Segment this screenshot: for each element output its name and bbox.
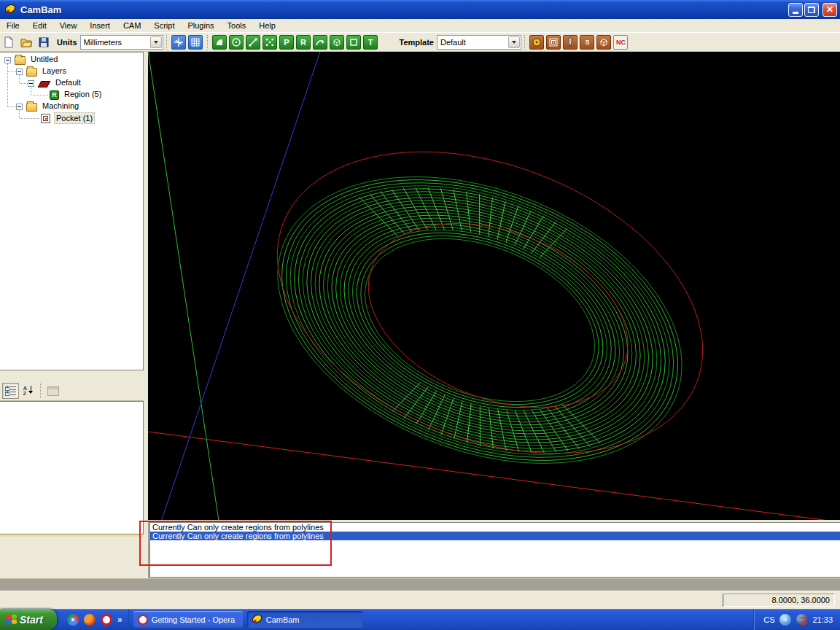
start-label: Start [20, 614, 43, 626]
tree-item-untitled[interactable]: Untitled [29, 54, 59, 64]
title-bar[interactable]: CamBam ✕ [0, 0, 840, 19]
draw-polyline-p-button[interactable]: P [279, 35, 294, 50]
clock: 21:33 [812, 615, 833, 624]
property-description-pane [0, 537, 144, 578]
region-icon: R [50, 90, 59, 100]
window-bottom-band [0, 578, 840, 591]
cam-drill-button[interactable] [529, 35, 544, 50]
layer-icon [38, 81, 51, 88]
toolbar-separator [40, 384, 42, 398]
save-button[interactable] [36, 34, 52, 50]
categorized-view-button[interactable] [2, 383, 19, 399]
template-combobox[interactable]: Default [437, 35, 521, 50]
open-file-button[interactable] [18, 34, 34, 50]
menu-tools[interactable]: Tools [221, 20, 253, 31]
tree-item-default-layer[interactable]: Default [54, 77, 82, 88]
tree-item-machining[interactable]: Machining [41, 101, 80, 111]
message-list[interactable]: Currently Can only create regions from p… [149, 522, 840, 577]
folder-icon [15, 56, 26, 65]
taskbar: Start » Getting Started - Opera CamBam C… [0, 609, 840, 630]
taskbar-item-label: Getting Started - Opera [152, 615, 235, 624]
units-value: Millimeters [81, 38, 150, 47]
viewport-3d-view[interactable] [148, 52, 840, 520]
firefox-icon[interactable] [84, 614, 96, 626]
property-grid[interactable] [0, 401, 144, 534]
taskbar-item-opera[interactable]: Getting Started - Opera [133, 611, 243, 628]
expand-toggle-untitled[interactable] [4, 57, 11, 63]
draw-line-button[interactable] [246, 35, 260, 50]
quick-launch-bar: » [57, 609, 129, 630]
draw-arc-button[interactable] [313, 35, 327, 50]
opera-icon[interactable] [101, 614, 112, 626]
windows-flag-icon [6, 614, 17, 626]
opera-icon [138, 615, 148, 625]
draw-points-button[interactable] [262, 35, 277, 50]
expand-toggle-layers[interactable] [16, 69, 23, 75]
alphabetical-sort-button[interactable]: A Z [20, 383, 36, 399]
restore-button[interactable] [804, 3, 819, 17]
draw-rectangle-r-button[interactable]: R [296, 35, 311, 50]
tray-collapse-icon[interactable]: ‹ [779, 614, 791, 626]
close-button[interactable]: ✕ [822, 3, 837, 17]
draw-surface-button[interactable] [330, 35, 344, 50]
menu-bar: File Edit View Insert CAM Script Plugins… [0, 19, 840, 33]
down-arrow-icon [28, 386, 33, 396]
categorized-icon [5, 386, 16, 396]
expand-toggle-machining[interactable] [16, 104, 23, 110]
minimize-button[interactable] [788, 3, 803, 17]
tree-guide [31, 87, 31, 95]
property-grid-toolbar: A Z [0, 381, 144, 401]
chrome-icon[interactable] [67, 614, 79, 626]
cam-engrave-button[interactable]: S [580, 35, 594, 50]
draw-polyline-button[interactable] [212, 35, 227, 50]
menu-edit[interactable]: Edit [26, 20, 53, 31]
menu-file[interactable]: File [0, 20, 26, 31]
tray-app-icon[interactable] [796, 614, 807, 625]
toolpath-link-move [416, 187, 436, 230]
tree-guide [19, 75, 20, 83]
start-button[interactable]: Start [0, 609, 57, 630]
menu-help[interactable]: Help [252, 20, 282, 31]
menu-view[interactable]: View [53, 20, 84, 31]
draw-text-button[interactable]: T [363, 35, 378, 50]
tree-item-layers[interactable]: Layers [41, 66, 68, 76]
menu-script[interactable]: Script [147, 20, 181, 31]
tree-guide [31, 95, 48, 96]
draw-circle-button[interactable] [229, 35, 244, 50]
template-dropdown-arrow[interactable] [508, 36, 520, 48]
message-row-selected[interactable]: Currently Can only create regions from p… [150, 532, 840, 540]
folder-icon [26, 68, 37, 77]
message-row[interactable]: Currently Can only create regions from p… [150, 523, 840, 532]
toolbar-separator [524, 35, 526, 50]
cursor-coordinates: 8.0000, 36.0000 [723, 594, 835, 607]
taskbar-item-cambam[interactable]: CamBam [247, 611, 362, 628]
toolpath-pass [340, 213, 620, 427]
menu-cam[interactable]: CAM [117, 20, 147, 31]
document-tree[interactable]: Untitled Layers Default R Region (5) Mac… [0, 52, 144, 370]
grid-toggle-button[interactable] [188, 35, 203, 50]
cam-gcode-button[interactable]: NC [613, 35, 628, 50]
new-file-button[interactable] [1, 34, 17, 50]
language-indicator[interactable]: CS [763, 615, 774, 624]
tree-item-region[interactable]: Region (5) [63, 89, 103, 99]
toolpath-pass [349, 219, 610, 420]
cam-profile-button[interactable] [563, 35, 578, 50]
units-dropdown-arrow[interactable] [150, 36, 162, 48]
expand-toggle-default[interactable] [28, 80, 34, 87]
menu-insert[interactable]: Insert [83, 20, 117, 31]
tree-item-pocket[interactable]: Pocket (1) [54, 112, 95, 124]
axes-toggle-button[interactable] [171, 35, 186, 50]
property-pages-button [44, 383, 61, 399]
cam-3dprofile-button[interactable] [596, 35, 611, 50]
tree-guide [19, 110, 20, 118]
quicklaunch-overflow-chevron[interactable]: » [117, 615, 122, 625]
system-tray: CS ‹ 21:33 [754, 609, 840, 630]
viewport-canvas[interactable] [148, 52, 840, 520]
pocket-icon [41, 114, 50, 123]
units-combobox[interactable]: Millimeters [80, 35, 163, 50]
panel-splitter[interactable] [0, 370, 144, 381]
cam-pocket-button[interactable] [546, 35, 561, 50]
menu-plugins[interactable]: Plugins [181, 20, 220, 31]
toolpath-link-move [359, 197, 398, 236]
draw-square-button[interactable] [346, 35, 361, 50]
